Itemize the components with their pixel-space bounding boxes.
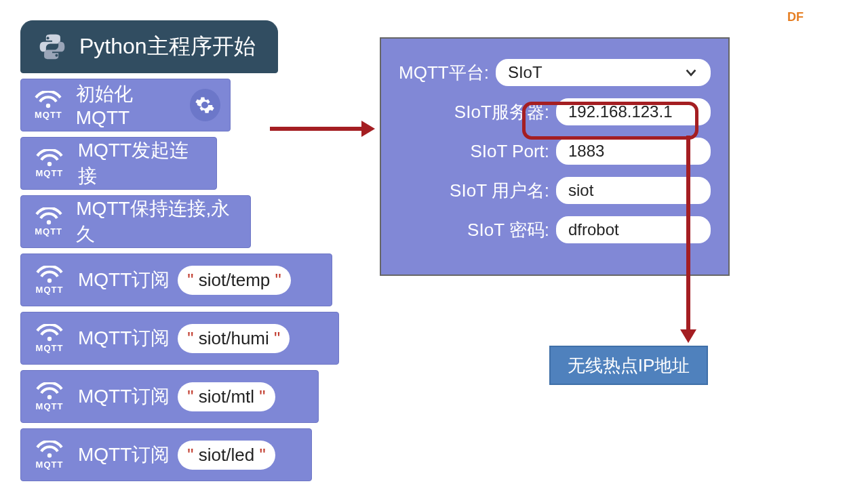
row-platform: MQTT平台: SIoT — [399, 59, 711, 86]
block-label: MQTT保持连接,永久 — [76, 196, 241, 247]
wifi-icon-label: MQTT — [36, 401, 64, 411]
svg-point-0 — [47, 37, 50, 39]
wifi-icon-label: MQTT — [35, 226, 62, 237]
user-label: SIoT 用户名: — [450, 179, 549, 203]
block-mqtt-keepalive[interactable]: MQTT MQTT保持连接,永久 — [20, 195, 251, 248]
block-mqtt-subscribe-led[interactable]: MQTT MQTT订阅 " siot/led " — [20, 428, 312, 481]
svg-marker-10 — [361, 121, 375, 137]
block-mqtt-subscribe-mtl[interactable]: MQTT MQTT订阅 " siot/mtl " — [20, 370, 319, 423]
server-label: SIoT服务器: — [454, 100, 549, 124]
wifi-icon-label: MQTT — [36, 343, 64, 353]
string-argument[interactable]: " siot/led " — [178, 441, 275, 470]
pass-label: SIoT 密码: — [467, 218, 549, 242]
block-label: MQTT发起连接 — [78, 138, 207, 189]
svg-point-2 — [46, 103, 50, 107]
platform-select[interactable]: SIoT — [496, 59, 711, 86]
python-start-block[interactable]: Python主程序开始 — [20, 20, 278, 73]
wifi-icon-label: MQTT — [36, 460, 64, 470]
block-mqtt-subscribe-humi[interactable]: MQTT MQTT订阅 " siot/humi " — [20, 312, 339, 365]
df-logo: DF — [787, 10, 804, 24]
port-label: SIoT Port: — [470, 141, 549, 162]
block-label: MQTT订阅 — [78, 325, 170, 351]
block-stack: Python主程序开始 MQTT 初始化MQTT MQTT MQTT发起连接 M… — [20, 20, 326, 487]
svg-point-6 — [47, 336, 52, 340]
gear-icon[interactable] — [190, 89, 220, 121]
svg-point-3 — [47, 161, 52, 165]
svg-point-5 — [47, 278, 52, 282]
block-mqtt-subscribe-temp[interactable]: MQTT MQTT订阅 " siot/temp " — [20, 253, 332, 306]
row-pass: SIoT 密码: dfrobot — [399, 216, 711, 243]
block-label: MQTT订阅 — [78, 384, 170, 409]
block-mqtt-init[interactable]: MQTT 初始化MQTT — [20, 79, 231, 131]
python-icon — [36, 30, 68, 63]
wifi-icon-label: MQTT — [35, 110, 62, 120]
row-user: SIoT 用户名: siot — [399, 177, 711, 204]
string-argument[interactable]: " siot/temp " — [178, 266, 290, 295]
svg-point-8 — [47, 453, 52, 457]
wifi-icon-label: MQTT — [35, 168, 63, 178]
string-argument[interactable]: " siot/humi " — [178, 324, 290, 353]
row-port: SIoT Port: 1883 — [399, 138, 711, 165]
svg-marker-12 — [680, 329, 696, 343]
wifi-mqtt-icon: MQTT — [31, 266, 68, 295]
block-mqtt-connect[interactable]: MQTT MQTT发起连接 — [20, 137, 217, 190]
wifi-mqtt-icon: MQTT — [31, 382, 68, 411]
row-server: SIoT服务器: 192.168.123.1 — [399, 98, 711, 125]
chevron-down-icon — [684, 65, 698, 80]
platform-label: MQTT平台: — [399, 61, 489, 85]
wifi-mqtt-icon: MQTT — [31, 441, 68, 470]
string-argument[interactable]: " siot/mtl " — [178, 382, 275, 411]
svg-point-7 — [47, 394, 52, 399]
ip-callout: 无线热点IP地址 — [549, 346, 708, 385]
server-input[interactable]: 192.168.123.1 — [556, 98, 711, 125]
svg-point-4 — [46, 220, 50, 224]
block-label: 初始化MQTT — [76, 81, 180, 129]
wifi-mqtt-icon: MQTT — [31, 149, 68, 178]
wifi-mqtt-icon: MQTT — [31, 91, 66, 120]
arrow-right-icon — [270, 115, 375, 142]
wifi-icon-label: MQTT — [36, 285, 64, 295]
wifi-mqtt-icon: MQTT — [31, 324, 68, 353]
svg-point-1 — [55, 54, 58, 57]
python-start-label: Python主程序开始 — [79, 32, 256, 62]
wifi-mqtt-icon: MQTT — [31, 207, 66, 237]
block-label: MQTT订阅 — [78, 267, 170, 293]
block-label: MQTT订阅 — [78, 442, 170, 468]
arrow-down-icon — [678, 136, 698, 343]
mqtt-config-panel: MQTT平台: SIoT SIoT服务器: 192.168.123.1 SIoT… — [380, 37, 730, 276]
